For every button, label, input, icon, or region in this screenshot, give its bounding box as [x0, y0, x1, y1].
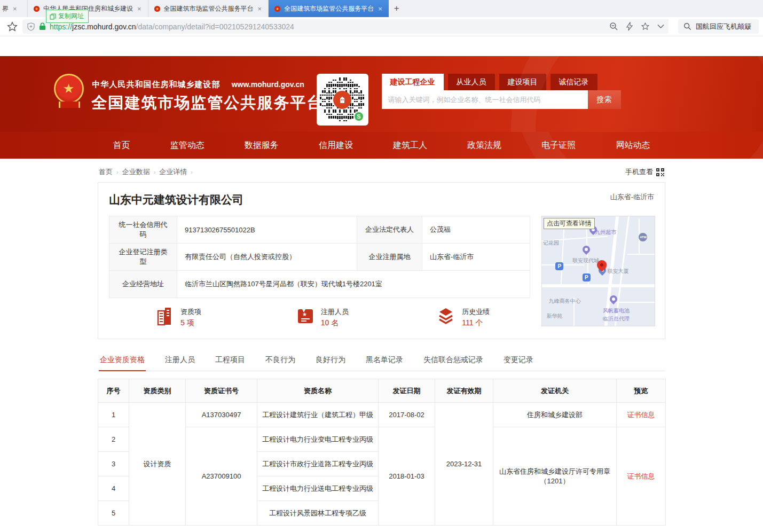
stat-value: 111 个: [462, 318, 490, 328]
company-stat-item[interactable]: ★注册人员10 名: [249, 307, 390, 328]
qual-table-cell: 2017-08-02: [379, 403, 435, 427]
company-location-map[interactable]: 点击可查看详情 九州超市记花园联安现代城联安大厦九峰商务中心新华苑风帆蓄电池临沂…: [541, 216, 655, 326]
detail-tab[interactable]: 变更记录: [502, 353, 534, 371]
detail-tab[interactable]: 良好行为: [314, 353, 347, 371]
nav-item[interactable]: 网站动态: [615, 138, 651, 153]
breadcrumb-link[interactable]: 企业数据: [122, 167, 150, 177]
search-category-tab[interactable]: 建设工程企业: [382, 74, 444, 90]
copy-url-tooltip-label: 复制网址: [58, 12, 84, 21]
favorite-star-icon[interactable]: [641, 22, 650, 31]
browser-address-bar: https://jzsc.mohurd.gov.cn/data/company/…: [0, 17, 763, 36]
nav-item[interactable]: 建筑工人: [392, 138, 428, 153]
qual-table-cell: 2018-01-03: [379, 427, 435, 526]
qual-col-header: 序号: [98, 379, 129, 403]
registered-personnel-icon: ★: [296, 307, 314, 327]
search-button[interactable]: 搜索: [588, 90, 621, 109]
breadcrumb-separator-icon: ›: [191, 169, 193, 175]
shield-icon[interactable]: [27, 22, 35, 31]
browser-tab[interactable]: ★全国建筑市场监管公共服务平台×: [148, 0, 269, 17]
nav-item[interactable]: 首页: [112, 138, 131, 153]
qual-table-cell: 5: [98, 501, 129, 526]
search-category-tab[interactable]: 建设项目: [499, 74, 546, 90]
breadcrumb-links: 首页›企业数据›企业详情›: [99, 167, 196, 177]
field-value: 91371302675501022B: [177, 216, 357, 244]
qr-code-icon: [656, 168, 664, 176]
zoom-out-icon[interactable]: [609, 22, 618, 31]
certificate-info-link[interactable]: 证书信息: [627, 472, 655, 480]
browser-tab-title: 界: [2, 4, 9, 13]
platform-title: 全国建筑市场监管公共服务平台: [92, 92, 324, 114]
url-scheme: https://: [50, 22, 72, 31]
platform-search: 建设工程企业从业人员建设项目诚信记录 请输入关键词，例如企业名称、统一社会信用代…: [382, 74, 621, 109]
qualification-table: 序号资质类别资质证书号资质名称发证日期发证有效期发证机关预览 1设计资质A137…: [98, 379, 666, 526]
bookmark-star-icon[interactable]: [6, 21, 18, 33]
parking-icon: P: [555, 262, 563, 270]
qual-table-cell: 3: [98, 452, 129, 476]
company-detail-card: 山东中元建筑设计有限公司 山东省-临沂市 统一社会信用代码 9137130267…: [98, 182, 665, 339]
nav-items: 首页监管动态数据服务信用建设建筑工人政策法规电子证照网站动态: [112, 132, 651, 159]
page-top-gap: [0, 36, 763, 56]
company-stat-item[interactable]: 历史业绩111 个: [389, 307, 530, 328]
detail-tab[interactable]: 企业资质资格: [99, 353, 146, 371]
field-label: 统一社会信用代码: [109, 216, 177, 244]
qual-table-cell: 设计资质: [129, 403, 186, 526]
mobile-view-button[interactable]: 手机查看: [625, 167, 664, 177]
detail-tab[interactable]: 注册人员: [164, 353, 196, 371]
qual-col-header: 资质名称: [257, 379, 379, 403]
field-value: 公茂福: [422, 216, 530, 244]
ministry-website: www.mohurd.gov.cn: [232, 80, 304, 89]
nav-item[interactable]: 数据服务: [243, 138, 280, 153]
qual-table-cell: 工程设计建筑行业（建筑工程）甲级: [257, 403, 379, 427]
detail-tab[interactable]: 黑名单记录: [365, 353, 404, 371]
stat-text: 历史业绩111 个: [462, 307, 490, 328]
qual-table-cell: 4: [98, 476, 129, 501]
browser-chrome: 界×★中华人民共和国住房和城乡建设×★全国建筑市场监管公共服务平台×★全国建筑市…: [0, 0, 763, 36]
chevron-down-icon[interactable]: [657, 24, 664, 29]
url-path: /data/company/detail?id=0021052912405330…: [136, 22, 294, 31]
field-value: 临沂市兰山区陶然路107号星河晶都（联安）现代城1号楼2201室: [177, 271, 530, 298]
stat-label: 注册人员: [321, 307, 349, 317]
browser-hot-search-box[interactable]: 国航回应飞机颠簸: [678, 19, 759, 34]
new-tab-button[interactable]: +: [389, 0, 405, 17]
browser-tab[interactable]: 界×: [0, 0, 28, 17]
hot-search-text: 国航回应飞机颠簸: [696, 22, 751, 32]
address-bar-url-field[interactable]: https://jzsc.mohurd.gov.cn/data/company/…: [22, 19, 668, 34]
browser-tab-title: 全国建筑市场监管公共服务平台: [164, 4, 254, 13]
certificate-info-link[interactable]: 证书信息: [627, 411, 655, 419]
search-category-tab[interactable]: 诚信记录: [550, 74, 597, 90]
nav-item[interactable]: 监管动态: [169, 138, 206, 153]
browser-tab[interactable]: ★全国建筑市场监管公共服务平台×: [269, 0, 389, 17]
detail-tab[interactable]: 不良行为: [264, 353, 296, 371]
tab-close-icon[interactable]: ×: [257, 5, 263, 13]
breadcrumb-separator-icon: ›: [154, 169, 156, 175]
tab-close-icon[interactable]: ×: [136, 5, 143, 13]
company-stat-item[interactable]: 资质项5 项: [109, 307, 249, 328]
detail-tab[interactable]: 工程项目: [214, 353, 246, 371]
atm-icon: ATM: [639, 233, 647, 241]
nav-item[interactable]: 政策法规: [466, 138, 502, 153]
search-category-tab[interactable]: 从业人员: [448, 74, 495, 90]
field-value: 有限责任公司（自然人投资或控股）: [177, 244, 357, 271]
history-performance-icon: [436, 307, 455, 327]
stat-value: 10 名: [321, 318, 349, 328]
lightning-icon[interactable]: [626, 22, 633, 31]
stat-text: 注册人员10 名: [321, 307, 349, 328]
tab-close-icon[interactable]: ×: [377, 5, 383, 13]
field-label: 企业登记注册类型: [109, 244, 177, 271]
breadcrumb: 首页›企业数据›企业详情› 手机查看: [98, 159, 665, 182]
breadcrumb-link[interactable]: 首页: [99, 167, 113, 177]
tab-close-icon[interactable]: ×: [12, 5, 18, 13]
svg-text:★: ★: [35, 6, 38, 11]
stat-label: 历史业绩: [462, 307, 490, 317]
breadcrumb-link[interactable]: 企业详情: [159, 167, 187, 177]
nav-item[interactable]: 信用建设: [318, 138, 354, 153]
qual-table-cell: 住房和城乡建设部: [493, 403, 617, 427]
browser-tab-bar: 界×★中华人民共和国住房和城乡建设×★全国建筑市场监管公共服务平台×★全国建筑市…: [0, 0, 763, 17]
field-label: 企业经营地址: [109, 271, 177, 298]
stat-text: 资质项5 项: [180, 307, 201, 328]
platform-search-input[interactable]: 请输入关键词，例如企业名称、统一社会信用代码: [382, 90, 588, 109]
nav-item[interactable]: 电子证照: [540, 138, 577, 153]
detail-tab[interactable]: 失信联合惩戒记录: [422, 353, 484, 371]
wechat-mini-program-icon: S: [353, 111, 364, 122]
stat-label: 资质项: [180, 307, 201, 317]
